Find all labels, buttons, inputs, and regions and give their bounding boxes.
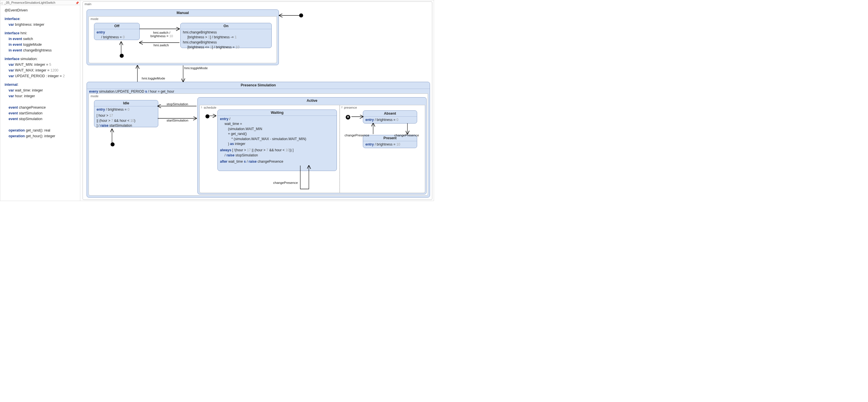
- w-an1: 17: [247, 148, 251, 152]
- idle-entry-val: 0: [127, 108, 129, 112]
- off-entry-kw: entry: [97, 30, 105, 34]
- region-presence-mode-label: mode: [91, 94, 99, 98]
- kw-var-upd: var: [8, 74, 14, 78]
- state-idle-body: entry / brightness = 0 [ hour > 17 || (h…: [94, 106, 158, 130]
- definition-body[interactable]: @EventDriven interface: var brightness: …: [0, 5, 80, 145]
- decl-getrand: get_rand(): real: [26, 128, 50, 133]
- pres-act: / brightness =: [374, 142, 396, 146]
- idle-g2b: && hour <: [113, 119, 130, 123]
- w-ac: && hour <: [268, 148, 285, 152]
- kw-event-cp: event: [8, 106, 18, 110]
- state-manual-title: Manual: [87, 10, 279, 16]
- w-l1: wait_time =: [220, 122, 242, 126]
- idle-g3a: ] /: [97, 123, 100, 127]
- state-absent[interactable]: Absent entry / brightness = 0: [363, 110, 417, 123]
- spec-unit: s: [145, 89, 147, 93]
- state-off-title: Off: [94, 23, 140, 29]
- decl-startSimulation: startSimulation: [19, 111, 42, 115]
- off-entry-val: 0: [123, 35, 125, 39]
- w-after-c: changePresence: [256, 160, 283, 164]
- decl-upd: UPDATE_PERIOD : integer =: [15, 74, 63, 78]
- kw-inevent-2: in event: [8, 42, 22, 47]
- region-presence[interactable]: 2 presence H Absent entry / brightness =…: [340, 105, 425, 193]
- state-off[interactable]: Off entry / brightness = 0: [94, 23, 140, 40]
- trans-absent-to-present[interactable]: changePresence: [394, 134, 419, 137]
- on-l1: hmi.changeBrightness: [183, 30, 217, 34]
- on-l3: hmi.changeBrightness: [183, 40, 217, 44]
- region-manual-mode[interactable]: mode Off entry / brightness = 0 On hmi.c…: [89, 16, 277, 63]
- definition-header: ◁ _05_PresenceSimulationLightSwitch 📌: [0, 0, 80, 5]
- idle-g2n1: 7: [111, 119, 113, 123]
- initial-state-schedule[interactable]: [206, 114, 210, 118]
- decl-hour: hour: integer: [15, 94, 35, 98]
- on-l2v: 1: [235, 35, 237, 39]
- decl-toggleMode: toggleMode: [23, 42, 42, 47]
- trans-stop-simulation[interactable]: stopSimulation: [166, 103, 188, 106]
- trans-off-to-on[interactable]: hmi.switch / brightness = 10: [148, 31, 176, 38]
- kw-inevent-1: in event: [8, 37, 22, 41]
- w-entry-kw: entry: [220, 117, 228, 121]
- pin-icon[interactable]: 📌: [75, 1, 79, 5]
- initial-state-main[interactable]: [299, 13, 303, 18]
- statechart-file-name: _05_PresenceSimulationLightSwitch: [4, 1, 55, 4]
- region-presence-mode[interactable]: mode Idle entry / brightness = 0 [ hour …: [89, 93, 428, 196]
- kw-internal: internal: [5, 83, 18, 87]
- on-l4b: ] / brightness =: [212, 45, 236, 49]
- pres-val: 10: [396, 142, 400, 146]
- trans-manual-to-presence[interactable]: hmi.toggleMode: [184, 66, 208, 70]
- initial-state-manual[interactable]: [120, 54, 124, 58]
- decl-waitmin: WAIT_MIN: integer =: [15, 63, 49, 67]
- val-waitmax: 1200: [51, 68, 59, 72]
- spec-kw: every: [89, 89, 98, 93]
- idle-entry-act: / brightness =: [105, 108, 127, 112]
- trans-start-simulation[interactable]: startSimulation: [166, 119, 188, 122]
- region-presence-index: 2: [341, 106, 343, 109]
- on-l2a: [brightness >: [187, 35, 208, 39]
- state-present-body: entry / brightness = 10: [363, 141, 417, 148]
- w-aa: [ !(hour >: [231, 148, 247, 152]
- w-after-a: wait_time: [227, 160, 244, 164]
- state-on-title: On: [181, 23, 272, 29]
- trans-present-to-absent[interactable]: changePresence: [345, 134, 369, 137]
- idle-g3kw: raise: [100, 123, 108, 127]
- state-absent-body: entry / brightness = 0: [363, 117, 417, 124]
- trans-on-to-off[interactable]: hmi.switch: [151, 44, 171, 47]
- kw-var-hour: var: [8, 94, 14, 98]
- idle-g3b: startSimulation: [108, 123, 132, 127]
- iface-sim-name: simulation:: [21, 57, 38, 61]
- w-ab: || (hour >: [251, 148, 267, 152]
- state-waiting[interactable]: Waiting entry / wait_time = (simulation.…: [217, 110, 337, 171]
- state-manual[interactable]: Manual mode Off entry / brightness = 0 O…: [87, 9, 279, 65]
- on-l2b: ] / brightness -=: [210, 35, 235, 39]
- w-after-kw2: raise: [249, 160, 256, 164]
- w-l4: * (simulation.WAIT_MAX - simulation.WAIT…: [220, 137, 306, 141]
- idle-g2c: ): [134, 119, 135, 123]
- trans-presence-to-manual[interactable]: hmi.toggleMode: [142, 77, 165, 80]
- kw-var-waitmax: var: [8, 68, 14, 72]
- region-schedule[interactable]: 1 schedule Waiting entry / wait_time = (…: [199, 105, 340, 193]
- trans-waiting-self[interactable]: changePresence: [273, 181, 298, 184]
- diagram-canvas[interactable]: main Manual mode Off entry / brightness …: [80, 0, 434, 201]
- chevron-left-icon[interactable]: ◁: [0, 1, 3, 5]
- kw-event-ss: event: [8, 111, 18, 115]
- initial-state-presence[interactable]: [111, 142, 115, 146]
- state-presence-title: Presence Simulation: [87, 82, 430, 89]
- region-presence-label: presence: [344, 106, 357, 109]
- shallow-history-presence[interactable]: H: [346, 115, 350, 119]
- state-idle[interactable]: Idle entry / brightness = 0 [ hour > 17 …: [94, 100, 158, 127]
- spec-rest: / hour = get_hour: [147, 89, 174, 93]
- iface-hmi-name: hmi:: [21, 31, 27, 35]
- region-manual-mode-label: mode: [91, 17, 99, 21]
- state-on[interactable]: On hmi.changeBrightness [brightness > 1]…: [180, 23, 272, 48]
- decl-brightness: brightness: integer: [15, 23, 44, 27]
- kw-var-waitmin: var: [8, 63, 14, 67]
- decl-waitmax: WAIT_MAX: integer =: [15, 68, 50, 72]
- kw-var-waittime: var: [8, 88, 14, 92]
- state-active[interactable]: Active 1 schedule Waiting entry / wait_t…: [197, 97, 427, 195]
- state-off-body: entry / brightness = 0: [94, 29, 140, 41]
- state-idle-title: Idle: [94, 100, 158, 106]
- region-main-label: main: [85, 2, 91, 6]
- t-off-on-v: 10: [169, 34, 173, 38]
- state-presence-simulation[interactable]: Presence Simulation every simulation.UPD…: [87, 82, 430, 198]
- kw-op-hour: operation: [8, 134, 25, 138]
